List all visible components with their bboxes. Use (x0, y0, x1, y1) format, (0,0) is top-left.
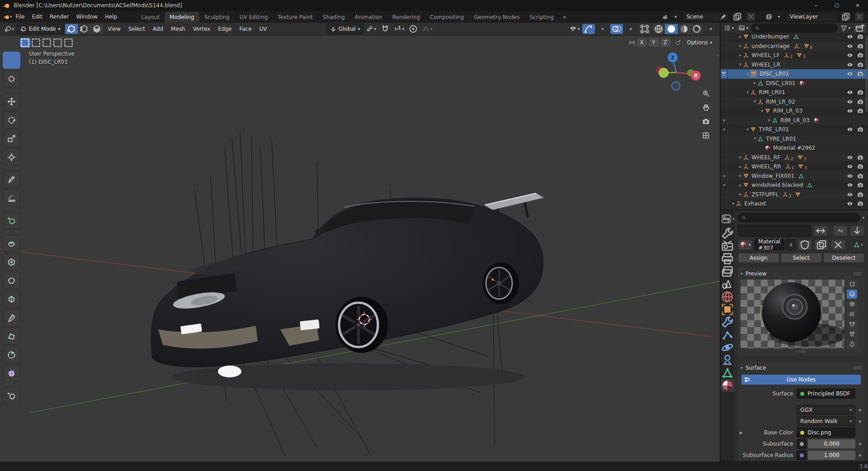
new-scene-button[interactable] (732, 12, 742, 22)
viewport-menu-face[interactable]: Face (236, 24, 255, 33)
disclosure-open-icon[interactable]: ▾ (752, 136, 757, 141)
workspace-tab-compositing[interactable]: Compositing (425, 12, 469, 23)
mirror-y-button[interactable]: Y (649, 38, 659, 47)
axis-y-ball[interactable] (659, 68, 668, 77)
pin-scene-icon[interactable] (720, 14, 726, 20)
viewport-menu-view[interactable]: View (104, 24, 123, 33)
preview-cloth-button[interactable] (847, 329, 857, 338)
viewport-menu-vertex[interactable]: Vertex (190, 24, 214, 33)
hide-in-viewport-icon[interactable] (847, 99, 853, 105)
panel-drag-icon[interactable] (854, 366, 862, 370)
xray-toggle-button[interactable] (638, 24, 651, 34)
show-overlays-button[interactable] (610, 24, 623, 34)
disclosure-closed-icon[interactable]: ▸ (738, 183, 743, 188)
menu-help[interactable]: Help (101, 12, 121, 21)
proportional-falloff-button[interactable]: ▾ (421, 24, 434, 34)
hide-in-viewport-icon[interactable] (847, 182, 853, 188)
sidebar-toggle-icon[interactable]: ‹ (717, 52, 719, 58)
hide-in-viewport-icon[interactable] (847, 154, 853, 161)
viewport-menu-uv[interactable]: UV (256, 24, 270, 33)
viewport-menu-select[interactable]: Select (125, 24, 148, 33)
disclosure-closed-icon[interactable]: ▸ (767, 118, 772, 123)
preview-sphere-button[interactable] (847, 290, 857, 299)
add-workspace-button[interactable]: + (559, 12, 571, 23)
menu-file[interactable]: File (12, 12, 28, 21)
disable-in-renders-icon[interactable] (857, 62, 863, 68)
disclosure-open-icon[interactable]: ▾ (731, 201, 736, 206)
tool-inset-faces[interactable] (3, 253, 20, 271)
menu-window[interactable]: Window (73, 12, 101, 21)
disclosure-closed-icon[interactable]: ▸ (738, 164, 743, 169)
remove-view-layer-button[interactable] (854, 12, 864, 22)
visibility-button[interactable]: ▾ (568, 24, 581, 34)
preview-plane-button[interactable] (847, 280, 857, 289)
properties-tab-object-data[interactable] (721, 366, 734, 379)
pivot-point-button[interactable]: ▾ (365, 24, 377, 34)
tool-rotate[interactable] (3, 111, 20, 128)
disclosure-open-icon[interactable]: ▾ (760, 109, 764, 114)
outliner-row[interactable]: ▾ Exhaust (721, 199, 868, 209)
minimize-button[interactable]: ─ (806, 0, 826, 11)
workspace-tab-uv-editing[interactable]: UV Editing (235, 12, 273, 23)
viewport-canvas[interactable] (0, 35, 720, 461)
outliner-row[interactable]: ▾ TYRE_LR01 (721, 134, 868, 144)
outliner-row[interactable]: ▸ Window_FIX001 (721, 171, 868, 181)
disclosure-open-icon[interactable]: ▾ (745, 90, 750, 95)
node-socket-button[interactable]: Principled BSDF (797, 389, 855, 399)
workspace-tab-animation[interactable]: Animation (350, 12, 387, 23)
navigation-gizmo[interactable]: X Z (649, 41, 703, 100)
disable-in-renders-icon[interactable] (857, 52, 863, 58)
viewport-pan-icon[interactable] (702, 104, 710, 111)
snap-toggle-button[interactable] (379, 24, 392, 34)
tool-spin[interactable] (3, 346, 20, 363)
viewport-menu-mesh[interactable]: Mesh (168, 24, 189, 33)
mirror-icon[interactable] (629, 39, 635, 46)
outliner-filter-button[interactable]: ▾ (839, 24, 852, 32)
properties-tab-object[interactable] (721, 303, 734, 316)
tool-cursor[interactable] (3, 70, 20, 87)
outliner-row[interactable]: ▾ RIM_LR_02 (721, 97, 868, 107)
maximize-button[interactable]: ☐ (826, 0, 847, 11)
disable-in-renders-icon[interactable] (857, 99, 863, 105)
tool-rip-region[interactable] (3, 387, 20, 404)
disable-in-renders-icon[interactable] (857, 182, 863, 188)
disable-in-renders-icon[interactable] (857, 154, 863, 161)
panel-drag-icon[interactable] (854, 272, 862, 276)
select-intersect-button[interactable] (63, 38, 74, 48)
face-select-button[interactable] (90, 24, 103, 34)
outliner-row[interactable]: ▾ RIM_LR01 (721, 88, 868, 97)
properties-tab-output[interactable] (721, 252, 734, 265)
hide-in-viewport-icon[interactable] (847, 108, 853, 114)
overlay-options-button[interactable]: ▾ (624, 24, 637, 34)
decorator-dot-icon[interactable] (859, 409, 861, 411)
disclosure-closed-icon[interactable]: ▸ (752, 81, 757, 86)
tool-loop-cut[interactable] (3, 290, 20, 308)
outliner-row[interactable]: ▸ WHEEL_LF23 (721, 51, 868, 60)
viewport-menu-add[interactable]: Add (150, 24, 166, 33)
view-layer-selector[interactable]: ViewLayer (786, 12, 837, 22)
viewport-grid-icon[interactable] (702, 132, 710, 139)
workspace-tab-sculpting[interactable]: Sculpting (199, 12, 235, 23)
disable-in-renders-icon[interactable] (857, 89, 863, 95)
tool-annotate[interactable] (3, 171, 20, 188)
tool-transform[interactable] (3, 148, 20, 166)
material-shading-button[interactable] (678, 24, 690, 34)
preview-fluid-button[interactable] (847, 339, 857, 348)
panel-resize-icon[interactable] (797, 350, 806, 353)
select-invert-button[interactable] (52, 38, 63, 48)
new-view-layer-button[interactable] (841, 12, 851, 22)
mirror-x-button[interactable]: X (637, 38, 647, 47)
outliner-scrollbar[interactable] (866, 35, 868, 112)
disable-in-renders-icon[interactable] (857, 173, 863, 179)
sort-alpha-button[interactable]: Az (833, 225, 848, 236)
properties-tab-constraints[interactable] (721, 354, 734, 366)
outliner-row[interactable]: ▸ undercarriage8 (721, 42, 868, 51)
properties-tab-particles[interactable] (721, 328, 734, 341)
workspace-tab-shading[interactable]: Shading (318, 12, 350, 23)
unlink-material-button[interactable] (831, 239, 845, 250)
tool-scale[interactable] (3, 130, 20, 147)
tool-knife[interactable] (3, 309, 20, 326)
move-slot-button[interactable] (850, 225, 864, 236)
outliner-row[interactable]: ▸ windshield blacked (721, 181, 868, 190)
properties-options-icon[interactable]: ▾ (862, 215, 864, 220)
